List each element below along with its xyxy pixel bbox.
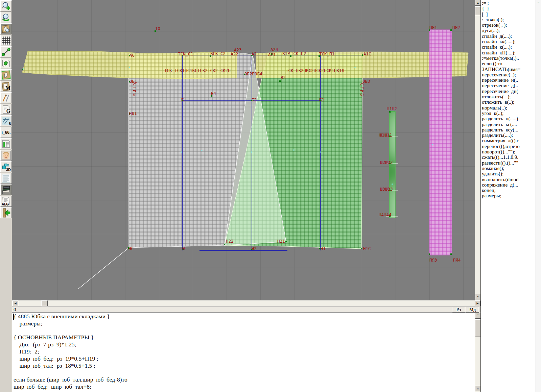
canvas-point-label: А22 bbox=[231, 51, 238, 56]
command-item[interactable]: нормаль(..); bbox=[482, 105, 535, 111]
status-line-number: 0 bbox=[14, 307, 16, 313]
command-item[interactable]: сплайн кП(....); bbox=[482, 50, 535, 55]
scroll-down-button[interactable]: ▼ bbox=[475, 294, 481, 299]
toolbar-model-photo-button[interactable] bbox=[0, 150, 12, 161]
command-item[interactable]: ЗАПИСАТЬ(имя= bbox=[482, 67, 535, 72]
command-item[interactable]: отрезок( , ); bbox=[482, 22, 535, 28]
pattern-point[interactable] bbox=[22, 69, 23, 70]
toolbar-i66-button[interactable]: i_66. bbox=[0, 127, 12, 138]
pattern-point[interactable] bbox=[279, 80, 281, 82]
command-item[interactable]: разделить(....); bbox=[482, 132, 535, 138]
command-item[interactable]: удалить(); bbox=[482, 171, 535, 176]
command-item[interactable]: перенос((),отрезо bbox=[482, 144, 535, 149]
command-item[interactable]: выполнить(dmod bbox=[482, 177, 535, 182]
command-item[interactable]: дуга(...); bbox=[482, 28, 535, 33]
command-item[interactable]: разделить ксу(... bbox=[482, 127, 535, 132]
command-item[interactable]: пересечение н(.. bbox=[482, 77, 535, 83]
drawing-canvas[interactable]: ТОАСТСК_С1ВСК_С2А23А22А2А24А21В1РТСК_П2Т… bbox=[12, 0, 475, 300]
measure-tool-icon bbox=[1, 47, 11, 57]
command-item[interactable]: := ; bbox=[482, 0, 535, 6]
toolbar-library-books-button[interactable] bbox=[0, 184, 12, 195]
command-item[interactable]: отложить(...); bbox=[482, 94, 535, 99]
command-item[interactable]: симметрия л(().с bbox=[482, 138, 535, 143]
snap-point bbox=[320, 152, 321, 153]
toolbar-grid-button[interactable] bbox=[0, 35, 12, 46]
command-item[interactable]: сплайн кк(.....); bbox=[482, 39, 535, 44]
toolbar-text-document-button[interactable] bbox=[0, 173, 12, 184]
pattern-point[interactable] bbox=[361, 248, 362, 249]
toolbar-drafting-tools-button[interactable] bbox=[0, 92, 12, 103]
toolbar-algorithm-button[interactable]: ALG bbox=[0, 196, 12, 207]
text-document-icon bbox=[1, 174, 11, 183]
command-item[interactable]: пересечение дн( bbox=[482, 89, 535, 94]
pattern-point[interactable] bbox=[389, 111, 391, 113]
snap-point bbox=[293, 150, 295, 151]
command-item[interactable]: сплайн д(....); bbox=[482, 33, 535, 39]
command-item[interactable]: :=точка(.); bbox=[482, 17, 535, 22]
canvas-point-label: Н21 bbox=[277, 239, 285, 244]
command-item[interactable]: :=метка(точка(.).. bbox=[482, 55, 535, 61]
toolbar-exit-button[interactable] bbox=[0, 207, 12, 218]
toolbar-g-document-button[interactable]: G bbox=[0, 104, 12, 115]
code-scroll-up-button[interactable]: ^ bbox=[475, 313, 481, 319]
canvas-point-label: ТСК_ПК2ПКС2ПСК2ПСК1ПК1Л bbox=[286, 68, 344, 73]
command-item[interactable]: отложить в(..); bbox=[482, 99, 535, 105]
scroll-left-button[interactable]: ◀ bbox=[13, 300, 18, 306]
canvas-point-label: Б bbox=[181, 97, 184, 102]
rz-button[interactable]: Рз bbox=[452, 307, 465, 313]
toolbar-measure-tool-button[interactable] bbox=[0, 46, 12, 57]
toolbar-m-document-button[interactable]: M bbox=[0, 81, 12, 92]
arrow-up-icon: ▲ bbox=[477, 1, 479, 4]
toolbar-sheet-preview-button[interactable] bbox=[0, 23, 12, 34]
canvas-point-label: В1Р bbox=[282, 51, 290, 56]
command-panel-scrollbar[interactable]: ^ bbox=[536, 0, 541, 392]
toolbar-size-table-button[interactable] bbox=[0, 138, 12, 149]
code-line: Дю:=(рз_7-рз_9)*1.25; bbox=[14, 341, 475, 348]
code-editor[interactable]: { 4885 Юбка с внешними складками } разме… bbox=[12, 312, 475, 392]
pleat-band-piece[interactable] bbox=[429, 30, 452, 255]
command-item[interactable]: угол к(..); bbox=[482, 111, 535, 116]
code-vscroll-thumb[interactable] bbox=[475, 319, 481, 337]
toolbar-zoom-out-button[interactable] bbox=[0, 12, 12, 23]
command-item[interactable]: пересечение д(.. bbox=[482, 83, 535, 88]
code-scroll-down-button[interactable]: v bbox=[475, 386, 481, 391]
pattern-point[interactable] bbox=[450, 253, 452, 255]
pattern-point[interactable] bbox=[450, 29, 452, 31]
canvas-point-label: ТСК_С1 bbox=[178, 51, 193, 56]
command-item[interactable]: сжать(()...1.1.0.9. bbox=[482, 154, 535, 160]
toolbar-blueprint-button[interactable]: 8 bbox=[0, 115, 12, 126]
toolbar-map-preview-button[interactable] bbox=[0, 58, 12, 69]
canvas-point-label: Н1 bbox=[321, 246, 326, 251]
vscroll-thumb[interactable] bbox=[475, 6, 481, 15]
hscroll-thumb[interactable] bbox=[41, 300, 48, 306]
command-item[interactable]: развести(().()..."" bbox=[482, 160, 535, 166]
command-item[interactable]: сопряжение д(... bbox=[482, 182, 535, 188]
command-item[interactable]: если () то bbox=[482, 61, 535, 66]
pattern-point[interactable] bbox=[224, 244, 225, 245]
scroll-right-button[interactable]: ▶ bbox=[475, 300, 480, 306]
zoom-in-icon bbox=[1, 1, 11, 11]
toolbar-3d-view-button[interactable]: 3D bbox=[0, 161, 12, 172]
canvas-point-label: А2 bbox=[252, 51, 257, 56]
pattern-point[interactable] bbox=[362, 54, 363, 56]
command-item[interactable]: размеры; bbox=[482, 193, 535, 198]
command-item[interactable]: конец; bbox=[482, 188, 535, 193]
command-item[interactable]: [ ] bbox=[482, 11, 535, 17]
pattern-point[interactable] bbox=[285, 241, 287, 242]
code-line: шир_юб_бед:=шир_юб_тал+8; bbox=[14, 383, 475, 390]
pattern-point[interactable] bbox=[429, 253, 430, 255]
toolbar-pattern-piece-button[interactable] bbox=[0, 69, 12, 80]
command-item[interactable]: поворот(()...""); bbox=[482, 149, 535, 154]
toolbar-zoom-in-button[interactable] bbox=[0, 0, 12, 11]
command-item[interactable]: разделить кс(.... bbox=[482, 122, 535, 127]
command-item[interactable]: сплайн к(....); bbox=[482, 44, 535, 50]
command-item[interactable]: ломаная(); bbox=[482, 166, 535, 171]
command-item[interactable]: пересечение(..); bbox=[482, 72, 535, 77]
algorithm-icon bbox=[1, 197, 11, 206]
command-item[interactable]: разделить н(.....) bbox=[482, 116, 535, 121]
command-item[interactable]: { } bbox=[482, 6, 535, 11]
scroll-up-button[interactable]: ▲ bbox=[475, 0, 481, 6]
md-button[interactable]: Мд bbox=[466, 307, 479, 313]
canvas-point-label: Н2 bbox=[252, 246, 257, 251]
snap-point bbox=[181, 152, 182, 153]
